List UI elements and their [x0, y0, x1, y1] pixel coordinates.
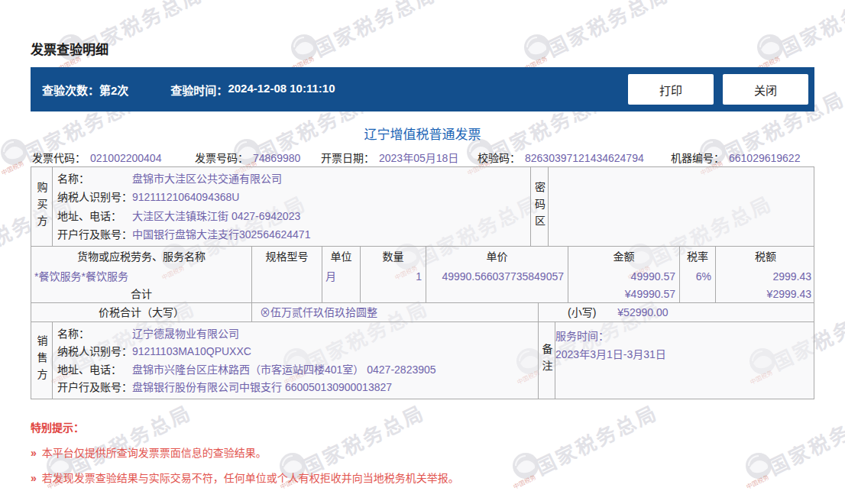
remark-side-label: 备注 — [538, 322, 555, 399]
tax-sum-numeric: (小写)¥52990.00 — [539, 303, 814, 322]
invoice-title: 辽宁增值税普通发票 — [31, 124, 814, 143]
item-quantity: 1 — [361, 269, 426, 284]
buyer-taxid-row: 纳税人识别号：91211121064094368U — [53, 189, 530, 205]
check-count-value: 第2次 — [99, 82, 128, 98]
item-unit: 月 — [322, 269, 360, 284]
col-spec: 规格型号 — [252, 247, 322, 303]
check-time-value: 2024-12-08 10:11:10 — [228, 82, 335, 98]
item-spec — [252, 269, 322, 284]
special-notes: 特别提示： »本平台仅提供所查询发票票面信息的查验结果。 »若发现发票查验结果与… — [31, 419, 814, 495]
header-tax: 税额 — [716, 249, 815, 264]
tax-sum-small-label: (小写) — [568, 306, 596, 318]
col-quantity: 数量 1 — [361, 247, 426, 303]
seller-address-row: 地址、电话：盘锦市兴隆台区庄林路西（市客运站四楼401室） 0427-28239… — [53, 362, 538, 377]
buyer-address-row: 地址、电话：大洼区大洼镇珠江街 0427-6942023 — [53, 208, 530, 224]
tax-sum-small-value: ¥52990.00 — [617, 306, 668, 318]
check-count: 查验次数：第2次 — [42, 82, 128, 98]
seller-section: 销售方 名称：辽宁德晟物业有限公司 纳税人识别号：91211103MA10QPU… — [31, 322, 814, 399]
note-text: 本平台仅提供所查询发票票面信息的查验结果。 — [42, 444, 267, 460]
col-tax-rate: 税率 6% — [680, 247, 716, 303]
header-unit-price: 单价 — [426, 249, 568, 264]
total-amount: ¥49990.57 — [568, 286, 679, 302]
total-tax: ¥2999.43 — [716, 286, 815, 302]
header-tax-rate: 税率 — [680, 249, 715, 264]
item-tax-rate: 6% — [680, 269, 715, 284]
note-bullet-icon: » — [31, 472, 37, 484]
buyer-name-row: 名称：盘锦市大洼区公共交通有限公司 — [53, 171, 530, 186]
item-tax: 2999.43 — [716, 269, 815, 284]
password-area-label: 密码区 — [530, 167, 549, 246]
check-time-label: 查验时间： — [170, 82, 228, 98]
header-quantity: 数量 — [361, 249, 426, 264]
seller-taxid-row: 纳税人识别号：91211103MA10QPUXXC — [53, 344, 538, 359]
seller-side-label: 销售方 — [31, 322, 53, 399]
close-button[interactable]: 关闭 — [723, 74, 808, 105]
print-button[interactable]: 打印 — [628, 74, 714, 105]
header-amount: 金额 — [568, 249, 679, 264]
col-service-name: 货物或应税劳务、服务名称 *餐饮服务*餐饮服务 合计 — [31, 247, 252, 303]
item-unit-price: 49990.566037735849057 — [426, 269, 568, 284]
invoice-check-code: 校验码：82630397121434624794 — [478, 150, 644, 165]
header-service-name: 货物或应税劳务、服务名称 — [31, 249, 251, 264]
toolbar-buttons: 打印 关闭 — [628, 74, 808, 105]
note-bullet-icon: » — [31, 447, 37, 459]
col-unit-price: 单价 49990.566037735849057 — [426, 247, 568, 303]
remark-line: 服务时间： — [555, 327, 811, 345]
invoice-verification-page: 国家税务总局中国税务国家税务总局中国税务国家税务总局中国税务国家税务总局中国税务… — [0, 0, 845, 504]
seller-name-row: 名称：辽宁德晟物业有限公司 — [53, 326, 538, 341]
item-amount: 49990.57 — [568, 269, 679, 284]
tax-sum-label: 价税合计（大写） — [31, 303, 252, 322]
check-count-label: 查验次数： — [42, 82, 99, 98]
total-row-label: 合计 — [31, 286, 251, 302]
header-unit: 单位 — [322, 249, 360, 264]
buyer-section: 购买方 名称：盘锦市大洼区公共交通有限公司 纳税人识别号：91211121064… — [31, 167, 814, 247]
buyer-fields: 名称：盘锦市大洼区公共交通有限公司 纳税人识别号：912111210640943… — [53, 167, 530, 246]
buyer-bank-row: 开户行及账号：中国银行盘锦大洼支行302564624471 — [53, 227, 530, 242]
seller-fields: 名称：辽宁德晟物业有限公司 纳税人识别号：91211103MA10QPUXXC … — [53, 322, 538, 399]
remark-content: 服务时间： 2023年3月1日-3月31日 — [555, 327, 811, 363]
note-item: »若发现发票查验结果与实际交易不符，任何单位或个人有权拒收并向当地税务机关举报。 — [31, 470, 814, 485]
tax-sum-row: 价税合计（大写） ⊗伍万贰仟玖佰玖拾圆整 (小写)¥52990.00 — [31, 303, 814, 322]
note-text: 若发现发票查验结果与实际交易不符，任何单位或个人有权拒收并向当地税务机关举报。 — [42, 470, 459, 485]
col-tax: 税额 2999.43 ¥2999.43 — [716, 247, 815, 303]
invoice-machine-number: 机器编号：661029619622 — [671, 150, 800, 165]
invoice-code: 发票代码：021002200404 — [32, 150, 161, 165]
page-title: 发票查验明细 — [31, 39, 108, 58]
tax-sum-words: ⊗伍万贰仟玖佰玖拾圆整 — [252, 303, 539, 322]
header-spec: 规格型号 — [252, 249, 322, 264]
invoice-meta-row: 发票代码：021002200404 发票号码：74869980 开票日期：202… — [31, 150, 845, 163]
check-time: 查验时间：2024-12-08 10:11:10 — [170, 82, 335, 98]
invoice-body: 购买方 名称：盘锦市大洼区公共交通有限公司 纳税人识别号：91211121064… — [31, 166, 814, 399]
seller-bank-row: 开户行及账号：盘锦银行股份有限公司中银支行 660050130900013827 — [53, 380, 538, 395]
verification-info: 查验次数：第2次 查验时间：2024-12-08 10:11:10 — [31, 82, 335, 98]
note-item: »本平台仅提供所查询发票票面信息的查验结果。 — [31, 444, 814, 460]
special-notes-title: 特别提示： — [31, 419, 814, 435]
buyer-side-label: 购买方 — [31, 167, 53, 246]
col-amount: 金额 49990.57 ¥49990.57 — [568, 247, 680, 303]
items-table: 货物或应税劳务、服务名称 *餐饮服务*餐饮服务 合计 规格型号 单位 月 数量 … — [31, 247, 814, 303]
invoice-number: 发票号码：74869980 — [195, 150, 300, 165]
item-service-name: *餐饮服务*餐饮服务 — [31, 269, 251, 284]
invoice-date: 开票日期：2023年05月18日 — [321, 150, 458, 165]
remark-line: 2023年3月1日-3月31日 — [555, 345, 811, 363]
col-unit: 单位 月 — [322, 247, 361, 303]
verification-toolbar: 查验次数：第2次 查验时间：2024-12-08 10:11:10 打印 关闭 — [31, 67, 814, 111]
